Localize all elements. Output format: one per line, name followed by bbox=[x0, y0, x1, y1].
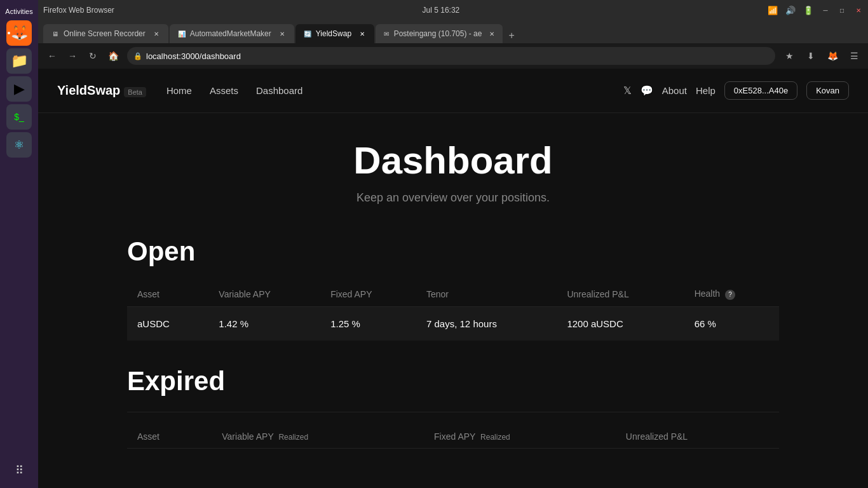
tab-close-recorder[interactable]: ✕ bbox=[152, 29, 161, 38]
tab-mail[interactable]: ✉ Posteingang (10.705) - ae ✕ bbox=[376, 24, 503, 43]
open-table-body: aUSDC 1.42 % 1.25 % 7 days, 12 hours 120… bbox=[127, 306, 779, 341]
bookmark-icon[interactable]: ★ bbox=[780, 47, 798, 65]
atom-icon[interactable]: ⚛ bbox=[6, 132, 32, 158]
row-tenor: 7 days, 12 hours bbox=[416, 306, 557, 341]
tab-amm[interactable]: 📊 AutomatedMarketMaker ✕ bbox=[170, 24, 294, 43]
firefox-icon[interactable]: 🦊 bbox=[6, 20, 32, 46]
col-asset: Asset bbox=[127, 282, 208, 306]
tab-close-amm[interactable]: ✕ bbox=[278, 29, 287, 38]
minimize-button[interactable]: ─ bbox=[821, 6, 830, 15]
folder-icon[interactable]: 📁 bbox=[6, 48, 32, 74]
grid-icon[interactable]: ⠿ bbox=[6, 458, 32, 483]
tab-favicon-recorder: 🖥 bbox=[51, 29, 60, 38]
tab-close-yieldswap[interactable]: ✕ bbox=[358, 29, 367, 38]
title-bar: Firefox Web Browser Jul 5 16:32 📶 🔊 🔋 ─ … bbox=[38, 0, 868, 20]
row-asset: aUSDC bbox=[127, 306, 208, 341]
col-tenor: Tenor bbox=[416, 282, 557, 306]
home-nav-button[interactable]: 🏠 bbox=[104, 47, 122, 65]
expired-section: Expired Asset Variable APY Realized Fixe… bbox=[127, 366, 779, 449]
open-section-title: Open bbox=[127, 236, 779, 267]
row-unrealized-pl: 1200 aUSDC bbox=[557, 306, 684, 341]
nav-bar: ← → ↻ 🏠 🔒 localhost:3000/dashboard ★ ⬇ 🦊… bbox=[38, 43, 868, 69]
app-nav-links: Home Assets Dashboard bbox=[166, 85, 603, 96]
tab-close-mail[interactable]: ✕ bbox=[488, 29, 495, 38]
nav-home[interactable]: Home bbox=[166, 85, 192, 96]
battery-icon: 🔋 bbox=[803, 6, 813, 15]
about-link[interactable]: About bbox=[662, 85, 687, 96]
col-variable-apy: Variable APY bbox=[208, 282, 320, 306]
app-nav-right: 𝕏 💬 About Help 0xE528...A40e Kovan bbox=[623, 81, 849, 100]
extensions-icon[interactable]: 🦊 bbox=[824, 47, 841, 65]
health-help-icon[interactable]: ? bbox=[725, 290, 735, 300]
main-content: Dashboard Keep an overview over your pos… bbox=[38, 113, 868, 474]
row-fixed-apy: 1.25 % bbox=[320, 306, 416, 341]
open-table-header: Asset Variable APY Fixed APY Tenor Unrea… bbox=[127, 282, 779, 306]
media-player-icon[interactable]: ▶ bbox=[6, 76, 32, 102]
open-table: Asset Variable APY Fixed APY Tenor Unrea… bbox=[127, 282, 779, 341]
maximize-button[interactable]: □ bbox=[837, 6, 846, 15]
shield-icon: 🔒 bbox=[133, 52, 142, 60]
menu-icon[interactable]: ☰ bbox=[845, 47, 863, 65]
exp-col-fixed-apy: Fixed APY Realized bbox=[424, 425, 616, 449]
discord-icon[interactable]: 💬 bbox=[641, 85, 653, 97]
forward-button[interactable]: → bbox=[64, 47, 81, 65]
logo-text: YieldSwap bbox=[57, 83, 120, 98]
back-button[interactable]: ← bbox=[43, 47, 61, 65]
expired-section-title: Expired bbox=[127, 366, 779, 396]
help-link[interactable]: Help bbox=[696, 85, 715, 96]
tab-favicon-mail: ✉ bbox=[383, 29, 390, 38]
tab-label-recorder: Online Screen Recorder bbox=[64, 29, 146, 38]
exp-col-asset: Asset bbox=[127, 425, 212, 449]
col-unrealized-pl: Unrealized P&L bbox=[557, 282, 684, 306]
download-icon[interactable]: ⬇ bbox=[802, 47, 820, 65]
wallet-button[interactable]: 0xE528...A40e bbox=[724, 81, 797, 100]
page-content: YieldSwap Beta Home Assets Dashboard 𝕏 💬… bbox=[38, 69, 868, 488]
divider bbox=[127, 412, 779, 412]
nav-dashboard[interactable]: Dashboard bbox=[256, 85, 302, 96]
os-sidebar: Activities 🦊 📁 ▶ $_ ⚛ ⠿ bbox=[0, 0, 38, 488]
activities-label[interactable]: Activities bbox=[0, 5, 37, 18]
browser-name: Firefox Web Browser bbox=[43, 6, 114, 15]
tab-label-yieldswap: YieldSwap bbox=[316, 29, 351, 38]
twitter-icon[interactable]: 𝕏 bbox=[623, 85, 632, 97]
terminal-icon[interactable]: $_ bbox=[6, 104, 32, 130]
dashboard-subtitle: Keep an overview over your positions. bbox=[127, 191, 779, 205]
tab-online-recorder[interactable]: 🖥 Online Screen Recorder ✕ bbox=[43, 24, 168, 43]
tab-favicon-amm: 📊 bbox=[177, 29, 186, 38]
app-logo: YieldSwap Beta bbox=[57, 83, 146, 98]
dashboard-title: Dashboard bbox=[127, 139, 779, 182]
open-section: Open Asset Variable APY Fixed APY Tenor … bbox=[127, 236, 779, 341]
exp-col-variable-apy: Variable APY Realized bbox=[212, 425, 424, 449]
app-navbar: YieldSwap Beta Home Assets Dashboard 𝕏 💬… bbox=[38, 69, 868, 113]
url-display: localhost:3000/dashboard bbox=[146, 51, 241, 61]
expired-table: Asset Variable APY Realized Fixed APY Re… bbox=[127, 425, 779, 449]
tab-yieldswap[interactable]: 🔄 YieldSwap ✕ bbox=[295, 24, 374, 43]
reload-button[interactable]: ↻ bbox=[84, 47, 102, 65]
expired-table-header: Asset Variable APY Realized Fixed APY Re… bbox=[127, 425, 779, 449]
fixed-realized-label: Realized bbox=[480, 433, 510, 442]
row-health: 66 % bbox=[684, 306, 779, 341]
address-bar[interactable]: 🔒 localhost:3000/dashboard bbox=[127, 47, 775, 65]
beta-badge: Beta bbox=[124, 87, 146, 97]
tab-favicon-yieldswap: 🔄 bbox=[303, 29, 312, 38]
window-title: Jul 5 16:32 bbox=[119, 6, 763, 15]
variable-realized-label: Realized bbox=[278, 433, 308, 442]
table-row: aUSDC 1.42 % 1.25 % 7 days, 12 hours 120… bbox=[127, 306, 779, 341]
tab-label-mail: Posteingang (10.705) - ae bbox=[394, 29, 482, 38]
speaker-icon: 🔊 bbox=[785, 6, 796, 15]
close-button[interactable]: ✕ bbox=[854, 6, 863, 15]
exp-col-unrealized-pl: Unrealized P&L bbox=[616, 425, 779, 449]
browser-window: Firefox Web Browser Jul 5 16:32 📶 🔊 🔋 ─ … bbox=[38, 0, 868, 488]
tab-label-amm: AutomatedMarketMaker bbox=[190, 29, 271, 38]
new-tab-button[interactable]: + bbox=[504, 28, 519, 43]
network-button[interactable]: Kovan bbox=[806, 81, 849, 100]
wifi-icon: 📶 bbox=[768, 6, 778, 15]
nav-assets[interactable]: Assets bbox=[210, 85, 238, 96]
row-variable-apy: 1.42 % bbox=[208, 306, 320, 341]
col-health: Health ? bbox=[684, 282, 779, 306]
col-fixed-apy: Fixed APY bbox=[320, 282, 416, 306]
tab-bar: 🖥 Online Screen Recorder ✕ 📊 AutomatedMa… bbox=[38, 20, 868, 43]
